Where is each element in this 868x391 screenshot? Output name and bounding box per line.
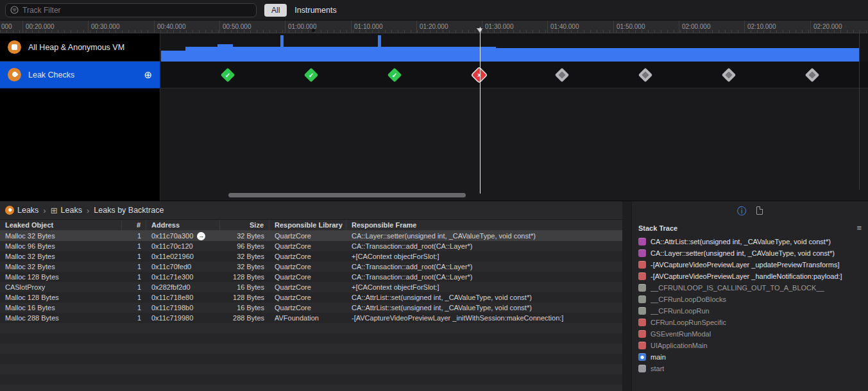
scrollbar-thumb[interactable] <box>228 193 466 197</box>
column-header[interactable]: Address <box>146 220 220 230</box>
leak-marker-check[interactable]: ✓ <box>221 68 235 83</box>
table-cell: QuartzCore <box>269 272 346 282</box>
extended-detail-tab-icon[interactable]: ⓘ <box>737 206 746 215</box>
table-cell: 96 Bytes <box>220 241 269 251</box>
frame-library-icon <box>638 238 646 245</box>
filter-all-button[interactable]: All <box>264 4 287 17</box>
stack-frame[interactable]: CA::AttrList::set(unsigned int, _CAValue… <box>638 236 868 247</box>
track-row-leak-checks[interactable]: Leak Checks ⊕ <box>0 62 160 88</box>
ruler-tick-label: 02:20.000 <box>813 23 842 30</box>
column-header[interactable]: Leaked Object <box>0 220 122 230</box>
table-cell: 0x11c719980 <box>146 313 220 323</box>
table-row[interactable]: Malloc 32 Bytes10x11c70fed032 BytesQuart… <box>0 262 622 272</box>
table-row[interactable]: Malloc 128 Bytes10x11c71e300128 BytesQua… <box>0 272 622 282</box>
table-row[interactable]: CASlotProxy10x282fbf2d016 BytesQuartzCor… <box>0 282 622 292</box>
leak-checks-lane[interactable]: ✓✓✓× <box>161 62 868 88</box>
ruler-tick-label: 01:40.000 <box>550 23 579 30</box>
leak-marker-pending[interactable] <box>805 68 820 83</box>
breadcrumb-item-leaks-table[interactable]: ⊞ Leaks <box>51 206 82 215</box>
table-cell: +[CAContext objectForSlot:] <box>346 251 622 262</box>
stack-frame[interactable]: ☻main <box>638 351 868 363</box>
memory-graph-lane[interactable] <box>161 33 868 62</box>
memory-graph-path <box>161 35 859 62</box>
stack-frame[interactable]: __CFRunLoopRun <box>638 305 868 317</box>
breadcrumb-label: Leaks <box>17 206 38 215</box>
leak-marker-pending[interactable] <box>555 68 570 83</box>
stack-frame[interactable]: GSEventRunModal <box>638 328 868 340</box>
stack-frame[interactable]: __CFRunLoopDoBlocks <box>638 294 868 305</box>
table-cell: CA::AttrList::set(unsigned int, _CAValue… <box>346 303 622 313</box>
ruler-tick-label: 01:20.000 <box>420 23 448 30</box>
table-row[interactable]: Malloc 32 Bytes10x11e02196032 BytesQuart… <box>0 251 622 262</box>
column-header[interactable]: Size <box>220 220 269 230</box>
empty-row <box>0 364 622 374</box>
cross-icon: × <box>474 70 484 80</box>
stack-frame[interactable]: UIApplicationMain <box>638 340 868 351</box>
stack-frame[interactable]: start <box>638 363 868 374</box>
table-row[interactable]: Malloc 96 Bytes10x11c70c12096 BytesQuart… <box>0 241 622 251</box>
timeline-ruler[interactable]: 00000:20.00000:30.00000:40.00000:50.0000… <box>0 21 868 33</box>
table-cell: 1 <box>122 282 146 292</box>
table-cell: 1 <box>122 241 146 251</box>
table-row[interactable]: Malloc 288 Bytes10x11c719980288 BytesAVF… <box>0 313 622 323</box>
ruler-minor-ticks <box>0 30 868 33</box>
leak-marker-check[interactable]: ✓ <box>304 68 319 83</box>
leak-marker-pending[interactable] <box>638 68 653 83</box>
ruler-tick-label: 01:50.000 <box>617 23 645 30</box>
breadcrumb-item-leaks-by-backtrace[interactable]: Leaks by Backtrace <box>94 206 164 215</box>
empty-row <box>0 385 622 391</box>
add-leak-check-button[interactable]: ⊕ <box>144 70 152 79</box>
stack-trace-header: Stack Trace ≡ <box>632 220 868 235</box>
track-filter-input[interactable] <box>22 6 251 15</box>
table-cell: -[AVCaptureVideoPreviewLayer _initWithSe… <box>346 313 622 323</box>
leak-marker-fail[interactable]: × <box>472 68 487 83</box>
leak-marker-check[interactable]: ✓ <box>387 68 402 83</box>
ruler-tick <box>547 21 548 33</box>
leak-marker-pending[interactable] <box>722 68 736 83</box>
stack-frame[interactable]: __CFRUNLOOP_IS_CALLING_OUT_TO_A_BLOCK__ <box>638 282 868 294</box>
ruler-tick <box>810 21 811 33</box>
breadcrumb-item-leaks-instrument[interactable]: Leaks <box>5 206 38 215</box>
track-filter-field[interactable] <box>5 3 257 17</box>
table-cell: 1 <box>122 303 146 313</box>
frame-library-icon <box>638 249 646 257</box>
filter-instruments-button[interactable]: Instruments <box>294 6 336 15</box>
column-header[interactable]: Responsible Frame <box>346 220 622 230</box>
inspector-pane: ⓘ Stack Trace ≡ CA::AttrList::set(unsign… <box>631 201 868 391</box>
table-row[interactable]: Malloc 32 Bytes10x11c70a300→32 BytesQuar… <box>0 231 622 241</box>
table-cell: QuartzCore <box>269 231 346 241</box>
chevron-right-icon: › <box>43 206 46 215</box>
table-cell: QuartzCore <box>269 292 346 303</box>
focus-arrow-icon[interactable]: → <box>197 232 205 240</box>
empty-row <box>0 354 622 364</box>
column-header[interactable]: Responsible Library <box>269 220 346 230</box>
description-tab-icon[interactable] <box>756 206 763 215</box>
stack-frame[interactable]: -[AVCaptureVideoPreviewLayer _handleNoti… <box>638 270 868 282</box>
table-cell: CA::Transaction::add_root(CA::Layer*) <box>346 272 622 282</box>
stack-frame[interactable]: CFRunLoopRunSpecific <box>638 317 868 328</box>
ruler-tick <box>88 21 89 33</box>
table-row[interactable]: Malloc 128 Bytes10x11c718e80128 BytesQua… <box>0 292 622 303</box>
table-cell: 0x11c70a300→ <box>146 231 220 241</box>
table-row[interactable]: Malloc 16 Bytes10x11c7198b016 BytesQuart… <box>0 303 622 313</box>
table-cell: 32 Bytes <box>220 262 269 272</box>
table-cell: 0x11c70fed0 <box>146 262 220 272</box>
horizontal-scrollbar[interactable] <box>161 192 860 198</box>
frame-label: __CFRunLoopRun <box>651 307 710 315</box>
table-cell: QuartzCore <box>269 282 346 292</box>
ruler-tick-label: 00:50.000 <box>223 23 251 30</box>
stack-display-options-icon[interactable]: ≡ <box>856 223 862 233</box>
empty-row <box>0 323 622 333</box>
table-cell: 128 Bytes <box>220 292 269 303</box>
table-icon: ⊞ <box>51 206 58 215</box>
column-header[interactable]: # <box>122 220 146 230</box>
table-cell: Malloc 32 Bytes <box>0 231 122 241</box>
chevron-right-icon: › <box>87 206 89 215</box>
table-cell: QuartzCore <box>269 262 346 272</box>
ruler-tick <box>416 21 417 33</box>
track-lanes: ✓✓✓× <box>161 33 868 201</box>
table-scrollbar-gutter[interactable] <box>622 201 631 391</box>
stack-frame[interactable]: CA::Layer::setter(unsigned int, _CAValue… <box>638 247 868 259</box>
stack-frame[interactable]: -[AVCaptureVideoPreviewLayer _updatePrev… <box>638 259 868 270</box>
track-row-all-heap[interactable]: All Heap & Anonymous VM <box>0 33 160 62</box>
